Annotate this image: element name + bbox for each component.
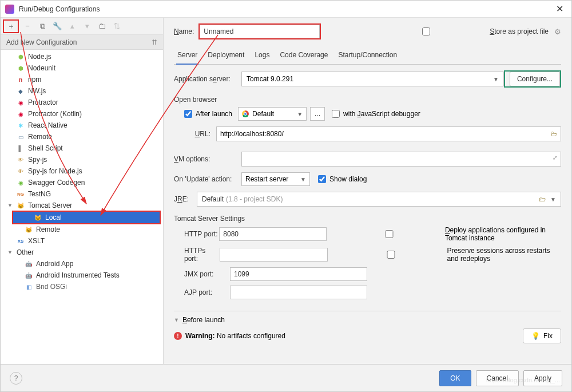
app-server-label: Application server: [174, 75, 241, 83]
jmx-port-input[interactable] [230, 267, 367, 281]
http-port-input[interactable] [219, 227, 326, 241]
url-input[interactable]: http://localhost:8080/🗁 [216, 126, 561, 141]
warning-text: No artifacts configured [217, 332, 285, 340]
tree-item-shell[interactable]: ▌Shell Script [4, 142, 163, 154]
show-dialog-checkbox[interactable] [318, 175, 326, 183]
tree-item-remote[interactable]: ▭Remote [4, 131, 163, 142]
https-port-label: HTTPs port: [184, 247, 220, 263]
folder-icon[interactable]: 🗁 [550, 130, 557, 138]
tree-item-nodejs[interactable]: ⬢Node.js [4, 51, 163, 62]
wrench-icon[interactable]: 🔧 [52, 21, 62, 31]
tree-item-android-app[interactable]: 🤖Android App [4, 258, 163, 270]
open-browser-label: Open browser [174, 96, 561, 104]
update-label: On 'Update' action: [174, 175, 241, 183]
apply-button[interactable]: Apply [523, 370, 562, 386]
jre-select[interactable]: Default(1.8 - project SDK)🗁▼ [197, 192, 561, 207]
tree-item-spyjs-node[interactable]: 👁Spy-js for Node.js [4, 165, 163, 177]
before-launch-label: Before launch [182, 316, 225, 324]
js-debugger-checkbox[interactable] [332, 110, 340, 118]
http-port-label: HTTP port: [184, 230, 219, 238]
add-icon[interactable]: ＋ [6, 21, 16, 31]
deploy-label: Deploy applications configured in Tomcat… [445, 226, 561, 242]
expand-icon[interactable]: ⤢ [553, 155, 557, 161]
tree-item-nodeunit[interactable]: ⬢Nodeunit [4, 62, 163, 74]
vm-label: VM options: [174, 155, 241, 163]
after-launch-checkbox[interactable] [184, 110, 192, 118]
jre-label: JRE: [174, 195, 197, 203]
section-title: Add New Configuration [6, 38, 77, 46]
remove-icon[interactable]: − [22, 21, 33, 31]
tab-server[interactable]: Server [176, 47, 198, 65]
config-tree: ⬢Node.js ⬢Nodeunit nnpm ◆NW.js ◉Protract… [1, 50, 163, 364]
ajp-port-label: AJP port: [184, 288, 230, 296]
copy-icon[interactable]: ⧉ [37, 21, 47, 31]
tomcat-settings-label: Tomcat Server Settings [174, 215, 561, 223]
https-port-input[interactable] [220, 248, 328, 262]
tree-item-android-tests[interactable]: 🤖Android Instrumented Tests [4, 270, 163, 281]
tabs: Server Deployment Logs Code Coverage Sta… [174, 47, 561, 65]
close-icon[interactable]: ✕ [553, 2, 567, 15]
ok-button[interactable]: OK [439, 370, 471, 386]
ajp-port-input[interactable] [230, 286, 367, 299]
preserve-checkbox[interactable] [338, 251, 444, 259]
app-icon [5, 5, 14, 14]
tree-item-testng[interactable]: NGTestNG [4, 188, 163, 200]
after-launch-label: After launch [196, 110, 232, 118]
tree-item-tomcat-remote[interactable]: 🐱Remote [4, 224, 163, 235]
jmx-port-label: JMX port: [184, 270, 230, 278]
window-title: Run/Debug Configurations [19, 5, 553, 13]
vm-input[interactable]: ⤢ [241, 152, 561, 167]
before-launch-section[interactable]: ▼ Before launch [174, 311, 561, 324]
js-debugger-label: with JavaScript debugger [343, 110, 420, 118]
bulb-icon: 💡 [531, 332, 540, 340]
warning-icon: ! [174, 332, 182, 340]
tree-group-tomcat[interactable]: ▼🐱Tomcat Server [4, 200, 163, 211]
tab-deployment[interactable]: Deployment [206, 47, 245, 64]
tab-coverage[interactable]: Code Coverage [279, 47, 329, 64]
tree-item-protractor[interactable]: ◉Protractor [4, 97, 163, 108]
chrome-icon [242, 110, 249, 117]
up-icon[interactable]: ▴ [67, 21, 77, 31]
sidebar-toolbar: ＋ − ⧉ 🔧 ▴ ▾ 🗀 ⇅ [1, 18, 163, 35]
app-server-select[interactable]: Tomcat 9.0.291▼ [241, 72, 504, 86]
tree-item-nwjs[interactable]: ◆NW.js [4, 85, 163, 97]
tree-group-other[interactable]: ▼Other [4, 247, 163, 258]
tab-startup[interactable]: Startup/Connection [337, 47, 398, 64]
show-dialog-label: Show dialog [329, 175, 367, 183]
folder-icon[interactable]: 🗁 [539, 195, 546, 203]
section-header: Add New Configuration ⇈ [1, 35, 163, 50]
chevron-down-icon: ▼ [174, 317, 179, 323]
store-checkbox[interactable] [366, 27, 486, 35]
collapse-icon[interactable]: ⇈ [152, 38, 157, 46]
fix-button[interactable]: 💡Fix [523, 328, 561, 343]
store-label: Store as project file [490, 27, 549, 35]
tab-logs[interactable]: Logs [253, 47, 271, 64]
browser-more-button[interactable]: ... [310, 107, 325, 121]
preserve-label: Preserve sessions across restarts and re… [447, 247, 561, 263]
update-select[interactable]: Restart server▼ [241, 172, 310, 186]
browser-select[interactable]: Default▼ [238, 107, 307, 121]
tree-item-spyjs[interactable]: 👁Spy-js [4, 154, 163, 165]
cancel-button[interactable]: Cancel [476, 370, 519, 386]
deploy-checkbox[interactable] [337, 230, 442, 238]
url-label: URL: [184, 130, 216, 138]
help-button[interactable]: ? [10, 372, 22, 385]
folder-icon[interactable]: 🗀 [97, 21, 107, 31]
tree-item-protractor-kotlin[interactable]: ◉Protractor (Kotlin) [4, 108, 163, 120]
tree-item-npm[interactable]: nnpm [4, 74, 163, 85]
tree-item-bnd-osgi[interactable]: ◧Bnd OSGi [4, 281, 163, 292]
warning-label: Warning: [185, 332, 215, 340]
tree-item-xslt[interactable]: XSXSLT [4, 235, 163, 247]
sort-icon[interactable]: ⇅ [112, 21, 122, 31]
gear-icon[interactable]: ⚙ [554, 27, 561, 36]
tree-item-tomcat-local[interactable]: 🐱Local [13, 212, 160, 223]
configure-button[interactable]: Configure... [510, 72, 560, 86]
down-icon[interactable]: ▾ [82, 21, 92, 31]
tree-item-react-native[interactable]: ✱React Native [4, 120, 163, 131]
name-input[interactable] [200, 25, 320, 38]
tree-item-swagger[interactable]: ◉Swagger Codegen [4, 177, 163, 188]
name-label: Name: [174, 27, 194, 35]
